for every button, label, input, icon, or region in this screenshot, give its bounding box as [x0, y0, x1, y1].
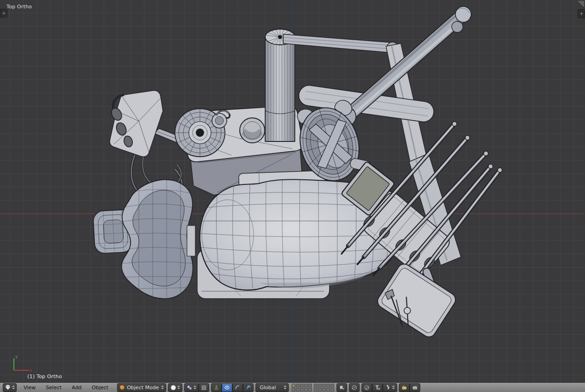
dropdown-arrows-icon: [12, 386, 15, 389]
pivot-point-icon: [187, 385, 193, 391]
translate-manipulator-button[interactable]: [222, 383, 232, 392]
snap-element-icon: [374, 385, 380, 391]
scale-manipulator-icon: [245, 385, 251, 391]
upper-arm[interactable]: [283, 34, 398, 53]
layer-cell[interactable]: [292, 388, 295, 392]
layer-cell[interactable]: [314, 388, 317, 392]
layer-cell[interactable]: [292, 384, 295, 387]
layer-cell[interactable]: [326, 388, 330, 392]
dropdown-arrows-icon: [177, 386, 180, 389]
layer-cell[interactable]: [330, 384, 334, 387]
layer-cell[interactable]: [318, 384, 322, 387]
plus-icon: [2, 12, 6, 15]
manipulator-toggle-button[interactable]: [211, 383, 222, 392]
layer-cell[interactable]: [308, 388, 312, 392]
menu-view[interactable]: View: [19, 385, 41, 391]
layer-cell[interactable]: [322, 388, 326, 392]
snap-element-button[interactable]: [372, 383, 383, 392]
gizmo-y-label: y: [15, 354, 18, 359]
snap-target-icon: [385, 385, 391, 391]
snap-magnet-icon: [364, 385, 370, 391]
mode-dropdown[interactable]: Object Mode: [117, 383, 166, 392]
menu-add[interactable]: Add: [67, 385, 87, 391]
support-pole[interactable]: [265, 29, 295, 143]
orientation-dropdown-value: Global: [258, 385, 278, 391]
dropdown-arrows-icon: [161, 386, 164, 389]
proportional-edit-button[interactable]: [349, 383, 360, 392]
layer-cell[interactable]: [314, 384, 317, 387]
manipulator-axis-icon: [213, 385, 219, 391]
layer-cell[interactable]: [296, 384, 299, 387]
object-mode-ball-icon: [119, 385, 125, 390]
snap-target-button[interactable]: [383, 383, 397, 392]
axis-gizmo: y x: [13, 354, 32, 373]
layers-widget: [292, 384, 334, 392]
layer-cell[interactable]: [318, 388, 322, 392]
opengl-render-anim-button[interactable]: [410, 383, 420, 392]
translate-manipulator-icon: [224, 385, 230, 391]
manipulator-group: [211, 383, 254, 392]
scene-lock-button[interactable]: [336, 383, 347, 392]
plus-icon: [580, 12, 583, 15]
viewport-shading-sphere-icon: [170, 385, 176, 391]
rotate-manipulator-button[interactable]: [232, 383, 243, 392]
3d-viewport[interactable]: y x Top Ortho (1) Top Ortho: [0, 0, 585, 382]
gizmo-x-label: x: [30, 368, 32, 373]
view-name-label: Top Ortho: [6, 4, 32, 10]
snap-group: [361, 383, 397, 392]
opengl-render-still-icon: [401, 385, 407, 391]
opengl-render-still-button[interactable]: [399, 383, 410, 392]
render-buttons-group: [399, 383, 420, 392]
layer-cell[interactable]: [300, 384, 304, 387]
layer-cell[interactable]: [322, 384, 326, 387]
shading-dropdown[interactable]: [168, 383, 182, 392]
dropdown-arrows-icon: [193, 386, 196, 389]
layer-cell[interactable]: [300, 388, 304, 392]
3d-viewport-editor-icon: [5, 384, 11, 391]
layer-cell[interactable]: [304, 384, 308, 387]
scene-lock-icon: [339, 385, 345, 391]
editor-type-button[interactable]: [3, 383, 17, 392]
menu-object[interactable]: Object: [87, 385, 113, 391]
area-resize-grip[interactable]: [577, 0, 585, 8]
pivot-align-toggle[interactable]: [199, 383, 209, 392]
orientation-dropdown[interactable]: Global: [255, 383, 289, 392]
snap-magnet-button[interactable]: [361, 383, 372, 392]
dropdown-arrows-icon: [284, 386, 286, 389]
toolbar-expand-tab[interactable]: [0, 9, 7, 18]
layer-cell[interactable]: [330, 388, 334, 392]
dentist-stool-backrest[interactable]: [119, 178, 195, 301]
rotate-manipulator-icon: [235, 385, 241, 391]
assistant-instrument-block[interactable]: [110, 91, 163, 157]
proportional-edit-icon: [351, 385, 357, 391]
pivot-point-dropdown[interactable]: [184, 383, 199, 392]
align-center-points-icon: [201, 385, 207, 391]
status-view-label: (1) Top Ortho: [27, 374, 62, 380]
layer-cell[interactable]: [296, 388, 299, 392]
sidebar-expand-tab[interactable]: [578, 9, 585, 18]
dropdown-arrows-icon: [392, 386, 395, 389]
opengl-render-anim-icon: [412, 385, 418, 391]
menu-select[interactable]: Select: [41, 385, 67, 391]
layer-cell[interactable]: [304, 388, 308, 392]
scale-manipulator-button[interactable]: [243, 383, 254, 392]
mode-dropdown-value: Object Mode: [125, 385, 161, 391]
layer-cell[interactable]: [308, 384, 312, 387]
layer-cell[interactable]: [326, 384, 330, 387]
viewport-header: View Select Add Object Object Mode: [0, 382, 585, 392]
instrument-tray[interactable]: [375, 261, 458, 339]
